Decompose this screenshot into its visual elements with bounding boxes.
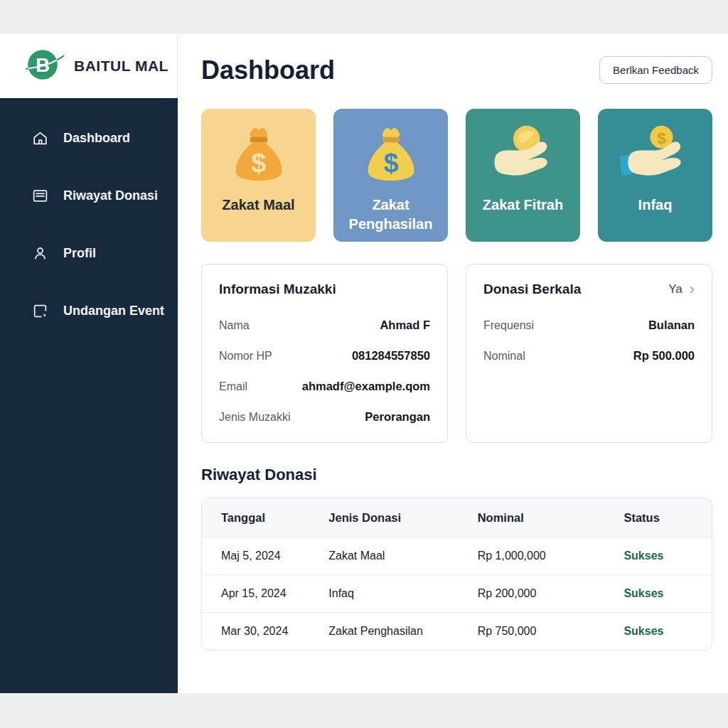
sidebar-item-label: Profil	[63, 246, 96, 261]
sidebar-item-label: Riwayat Donasi	[63, 188, 158, 203]
cell-tanggal: Maj 5, 2024	[202, 550, 309, 562]
status-badge: Sukses	[604, 550, 712, 562]
muzakki-row-nomor-hp: Nomor HP 081284557850	[219, 349, 430, 363]
sidebar-nav: Dashboard Riwayat Donasi Profil	[0, 98, 178, 693]
page-header: Dashboard Berlkan Feedback	[201, 55, 712, 85]
field-value: Rp 500.000	[633, 349, 695, 363]
field-label: Nominal	[483, 350, 525, 363]
card-zakat-maal[interactable]: $ Zakat Maal	[201, 109, 316, 242]
card-zakat-penghasilan[interactable]: $ Zakat Penghasilan	[333, 109, 448, 242]
cell-nominal: Rp 200,000	[459, 587, 605, 600]
cell-tanggal: Apr 15, 2024	[202, 587, 309, 600]
sidebar-item-riwayat-donasi[interactable]: Riwayat Donasi	[0, 177, 178, 214]
cell-jenis-donasi: Infaq	[309, 587, 458, 600]
cell-jenis-donasi: Zakat Penghasilan	[309, 625, 458, 638]
column-header-status: Status	[604, 511, 712, 525]
card-label: Zakat Maal	[216, 196, 300, 215]
berkala-row-nominal: Nominal Rp 500.000	[483, 349, 695, 363]
sidebar-item-label: Undangan Event	[63, 304, 164, 318]
money-bag-icon: $	[358, 119, 424, 193]
donasi-berkala-card: Donasi Berkala Ya › Frequensi Bulanan No…	[466, 264, 712, 443]
sidebar: B BAITUL MAL Dashboard	[0, 34, 178, 693]
brand-header: B BAITUL MAL	[0, 34, 178, 98]
home-icon	[31, 129, 49, 147]
invite-icon	[31, 302, 49, 320]
card-label: Infaq	[633, 196, 678, 215]
hand-holding-coin-icon	[486, 119, 560, 193]
page-title: Dashboard	[201, 55, 335, 85]
list-card-icon	[31, 187, 49, 205]
field-label: Nomor HP	[219, 350, 272, 363]
sidebar-item-dashboard[interactable]: Dashboard	[0, 119, 178, 156]
table-row[interactable]: Mar 30, 2024 Zakat Penghasilan Rp 750,00…	[202, 612, 712, 650]
informasi-muzakki-card: Informasi Muzakki Nama Ahmad F Nomor HP …	[201, 264, 448, 443]
field-value: ahmadf@example.qom	[302, 380, 430, 393]
field-value: Perorangan	[365, 410, 430, 424]
table-row[interactable]: Maj 5, 2024 Zakat Maal Rp 1,000,000 Suks…	[202, 537, 712, 574]
history-section-title: Riwayat Donasi	[201, 466, 712, 484]
muzakki-row-nama: Nama Ahmad F	[219, 318, 430, 332]
category-cards: $ Zakat Maal $ Zakat Penghasilan	[201, 109, 712, 242]
field-value: Ahmad F	[380, 318, 430, 332]
cell-tanggal: Mar 30, 2024	[202, 625, 309, 638]
hand-holding-dollar-coin-icon: $	[619, 119, 692, 193]
baitul-mal-logo-icon: B	[26, 46, 65, 86]
field-label: Jenis Muzakki	[219, 411, 290, 424]
card-label: Zakat Fitrah	[477, 196, 569, 215]
berkala-status-value: Ya	[668, 282, 682, 296]
sidebar-item-profil[interactable]: Profil	[0, 235, 178, 272]
card-infaq[interactable]: $ Infaq	[598, 109, 712, 242]
column-header-jenis-donasi: Jenis Donasi	[309, 511, 458, 525]
main-content: Dashboard Berlkan Feedback $ Zakat Maal	[178, 34, 728, 693]
column-header-tanggal: Tanggal	[202, 511, 309, 525]
svg-text:$: $	[657, 129, 666, 147]
cell-nominal: Rp 750,000	[459, 625, 605, 638]
field-label: Email	[219, 380, 247, 393]
money-bag-icon: $	[225, 119, 292, 193]
field-label: Nama	[219, 319, 250, 332]
column-header-nominal: Nominal	[459, 511, 605, 525]
card-label: Zakat Penghasilan	[333, 196, 448, 234]
brand-name: BAITUL MAL	[74, 58, 168, 75]
chevron-right-icon: ›	[690, 282, 695, 297]
berkala-toggle-link[interactable]: Ya ›	[668, 282, 695, 297]
info-cards: Informasi Muzakki Nama Ahmad F Nomor HP …	[201, 264, 712, 443]
muzakki-card-title: Informasi Muzakki	[219, 282, 336, 297]
muzakki-row-jenis: Jenis Muzakki Perorangan	[219, 410, 430, 424]
svg-text:$: $	[383, 148, 398, 178]
status-badge: Sukses	[604, 587, 712, 600]
status-badge: Sukses	[604, 625, 712, 638]
cell-nominal: Rp 1,000,000	[459, 550, 605, 562]
field-label: Frequensi	[483, 319, 534, 332]
cell-jenis-donasi: Zakat Maal	[309, 550, 458, 562]
donation-history-table: Tanggal Jenis Donasi Nominal Status Maj …	[201, 498, 712, 651]
sidebar-item-undangan-event[interactable]: Undangan Event	[0, 292, 178, 329]
card-zakat-fitrah[interactable]: Zakat Fitrah	[466, 109, 580, 242]
svg-text:$: $	[251, 148, 266, 178]
app-window: B BAITUL MAL Dashboard	[0, 34, 728, 693]
person-icon	[31, 245, 49, 262]
field-value: 081284557850	[352, 349, 430, 363]
feedback-button[interactable]: Berlkan Feedback	[599, 56, 712, 84]
field-value: Bulanan	[648, 318, 695, 332]
table-header-row: Tanggal Jenis Donasi Nominal Status	[202, 498, 712, 537]
sidebar-item-label: Dashboard	[63, 131, 130, 146]
berkala-row-frequensi: Frequensi Bulanan	[483, 318, 695, 332]
muzakki-row-email: Email ahmadf@example.qom	[219, 380, 430, 393]
berkala-card-title: Donasi Berkala	[483, 282, 581, 297]
table-row[interactable]: Apr 15, 2024 Infaq Rp 200,000 Sukses	[202, 574, 712, 612]
